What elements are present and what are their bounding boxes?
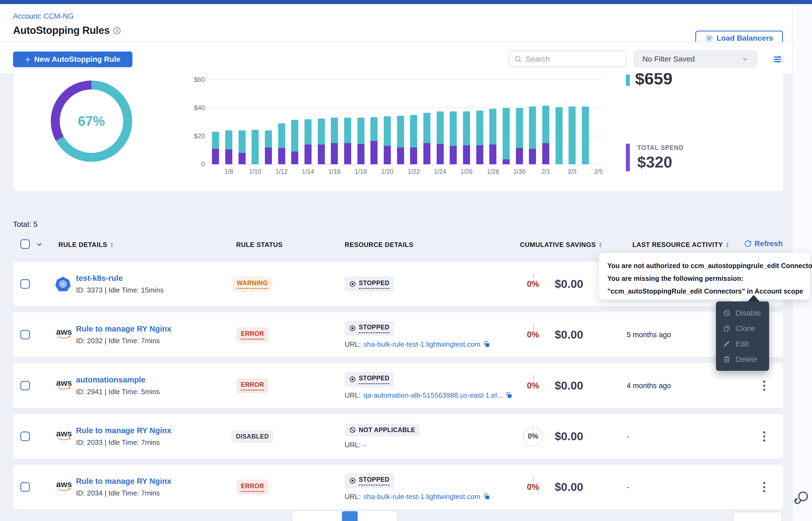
rule-name-link[interactable]: Rule to manage RY Nginx: [76, 477, 171, 486]
rule-name-link[interactable]: Rule to manage RY Nginx: [76, 426, 171, 435]
copy-icon[interactable]: [483, 493, 490, 500]
row-checkbox[interactable]: [20, 381, 30, 390]
account-breadcrumb[interactable]: Account: CCM-NG: [13, 12, 74, 21]
table-row[interactable]: aws Rule to manage RY Nginx ID: 2032 | I…: [13, 312, 783, 357]
bar-segment-savings: [331, 118, 338, 143]
stop-circle-icon: [349, 376, 356, 383]
copy-icon[interactable]: [483, 341, 490, 348]
rule-meta: ID: 3373 | Idle Time: 15mins: [76, 286, 164, 294]
column-header-last-resource-activity[interactable]: LAST RESOURCE ACTIVITY▲▼: [632, 241, 729, 249]
last-activity: 5 months ago: [627, 331, 730, 339]
savings-percent: 0%: [527, 482, 539, 492]
x-axis-tick: 2/1: [535, 168, 557, 175]
bar-segment-savings: [476, 111, 483, 145]
row-menu-button[interactable]: [759, 482, 770, 492]
menu-item-edit[interactable]: Edit: [716, 336, 769, 352]
aws-icon: aws: [56, 430, 73, 443]
menu-item-disable[interactable]: Disable: [716, 305, 769, 321]
delete-icon: [723, 356, 731, 363]
status-badge[interactable]: ERROR: [236, 378, 269, 393]
bar-segment-spend: [265, 148, 272, 164]
table-row[interactable]: aws Rule to manage RY Nginx ID: 2033 | I…: [13, 414, 783, 459]
stop-circle-icon: [349, 280, 356, 288]
status-badge[interactable]: ERROR: [236, 479, 269, 494]
refresh-label: Refresh: [754, 240, 783, 248]
saved-filter-select[interactable]: No Filter Saved: [634, 51, 756, 67]
resource-state-badge[interactable]: STOPPED: [345, 321, 394, 336]
info-icon[interactable]: i: [113, 27, 121, 34]
chat-help-icon[interactable]: [794, 490, 809, 505]
resource-state-badge[interactable]: STOPPED: [345, 276, 394, 291]
x-axis-tick: 1/24: [429, 168, 451, 175]
page-size-select[interactable]: [733, 512, 782, 521]
bar-segment-spend: [344, 143, 351, 164]
bar-segment-savings: [489, 109, 496, 145]
resource-url-link[interactable]: sha-bulk-rule-test-1.lightwingtest.com: [363, 493, 480, 501]
bar-segment-savings: [238, 130, 245, 153]
table-row[interactable]: aws automationsample ID: 2941 | Idle Tim…: [13, 363, 783, 408]
rule-meta: ID: 2033 | Idle Time: 7mins: [76, 438, 171, 447]
x-axis-tick: 1/26: [456, 168, 477, 175]
new-autostopping-rule-button[interactable]: + New AutoStopping Rule: [13, 51, 132, 67]
bar-segment-savings: [212, 132, 219, 149]
sort-icon[interactable]: ▲▼: [726, 242, 729, 248]
search-box[interactable]: [509, 51, 626, 67]
resource-url-link[interactable]: qa-automation-alb-515563988.us-east-1.el…: [363, 391, 503, 400]
y-axis-tick: $20: [180, 132, 205, 140]
column-header-rule-details[interactable]: RULE DETAILS▲▼: [58, 241, 114, 249]
column-header-cumulative-savings[interactable]: CUMULATIVE SAVINGS▲▼: [520, 241, 602, 249]
pagination-current-page[interactable]: [342, 511, 358, 521]
bar-segment-spend: [503, 159, 510, 164]
gear-icon: [705, 34, 713, 42]
resource-url-link[interactable]: -: [363, 441, 366, 449]
stop-circle-icon: [349, 477, 356, 484]
resource-state-badge[interactable]: STOPPED: [345, 473, 394, 488]
resource-state-badge[interactable]: STOPPED: [345, 372, 394, 387]
bar-segment-savings: [225, 130, 232, 149]
table-row[interactable]: aws Rule to manage RY Nginx ID: 2034 | I…: [13, 465, 783, 509]
bar-segment-spend: [384, 146, 391, 164]
bar-segment-spend: [423, 143, 430, 164]
row-menu-button[interactable]: [759, 431, 770, 441]
sort-icon[interactable]: ▲▼: [110, 242, 114, 248]
status-badge: DISABLED: [232, 430, 273, 443]
total-count-label: Total: 5: [13, 220, 38, 229]
bar-segment-spend: [437, 144, 444, 164]
bar-segment-spend: [397, 148, 404, 164]
bar-segment-spend: [238, 153, 245, 164]
sort-icon[interactable]: ▲▼: [598, 242, 602, 248]
row-checkbox[interactable]: [20, 432, 30, 441]
page-title: AutoStopping Rulesi: [13, 25, 121, 36]
status-badge[interactable]: WARNING: [233, 276, 273, 291]
copy-icon[interactable]: [505, 392, 512, 399]
menu-item-delete[interactable]: Delete: [716, 352, 769, 367]
status-badge[interactable]: ERROR: [236, 327, 269, 342]
column-header-rule-status: RULE STATUS: [236, 241, 282, 249]
edit-icon: [723, 340, 731, 348]
select-menu-chevron-icon[interactable]: [35, 241, 43, 249]
rule-meta: ID: 2941 | Idle Time: 5mins: [76, 388, 160, 396]
saved-filter-value: No Filter Saved: [642, 55, 695, 63]
menu-item-label: Delete: [735, 355, 757, 364]
bar-segment-spend: [476, 145, 483, 164]
rule-name-link[interactable]: Rule to manage RY Nginx: [76, 324, 171, 334]
resource-url-link[interactable]: sha-bulk-rule-test-1.lightwingtest.com: [363, 340, 480, 348]
savings-percent: 0%: [527, 330, 539, 339]
search-input[interactable]: [526, 55, 615, 63]
row-menu-button[interactable]: [759, 381, 770, 391]
summary-chart-card: 67% $60$40$2001/81/101/121/141/161/181/2…: [13, 73, 783, 191]
bar-segment-savings: [358, 118, 364, 144]
rule-name-link[interactable]: test-k8s-rule: [76, 274, 164, 283]
tooltip-line: "ccm_autoStoppingRule_edit Connectors" i…: [607, 285, 802, 298]
pagination-bar[interactable]: [292, 511, 397, 521]
select-all-checkbox[interactable]: [20, 240, 30, 249]
new-rule-label: New AutoStopping Rule: [34, 55, 121, 64]
y-axis-tick: $60: [180, 76, 205, 84]
menu-item-clone[interactable]: Clone: [716, 321, 769, 336]
refresh-button[interactable]: Refresh: [744, 240, 783, 248]
row-checkbox[interactable]: [20, 279, 30, 289]
row-checkbox[interactable]: [20, 482, 30, 492]
rule-name-link[interactable]: automationsample: [76, 376, 160, 384]
filter-panel-icon[interactable]: [771, 54, 784, 65]
row-checkbox[interactable]: [20, 330, 30, 339]
